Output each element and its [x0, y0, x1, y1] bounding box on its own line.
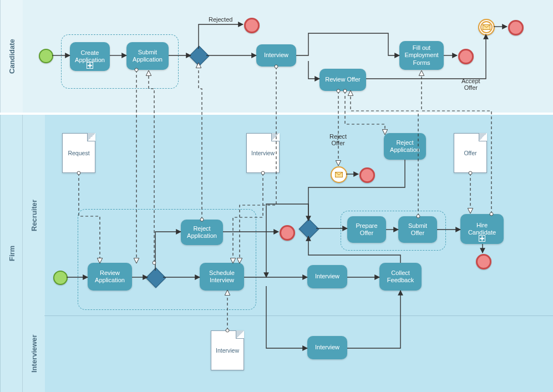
label-accept-offer: AcceptOffer	[461, 78, 480, 91]
task-create-application: CreateApplication	[70, 42, 110, 71]
task-label: RejectApplication	[187, 225, 217, 240]
task-collect-feedback: CollectFeedback	[379, 263, 422, 291]
task-interview-recruiter: Interview	[307, 265, 347, 288]
task-label: RejectApplication	[390, 139, 420, 154]
label-reject-offer: RejectOffer	[329, 133, 347, 146]
doc-label: Offer	[464, 150, 476, 156]
task-interview-candidate: Interview	[256, 44, 296, 67]
task-label: ScheduleInterview	[209, 269, 235, 284]
task-label: CollectFeedback	[387, 269, 414, 284]
task-reject-application-1: RejectApplication	[181, 220, 223, 245]
task-schedule-interview: ScheduleInterview	[200, 263, 244, 291]
task-label: ReviewApplication	[95, 269, 125, 284]
intermediate-message-accept	[478, 19, 495, 35]
task-interview-interviewer: Interview	[307, 336, 347, 359]
data-object-interview-2: Interview	[211, 330, 244, 370]
end-event-reject-1	[280, 225, 295, 241]
end-event-hire	[476, 254, 491, 269]
doc-label: Interview	[216, 347, 239, 354]
task-label: SubmitApplication	[133, 49, 163, 63]
end-event-forms	[458, 49, 474, 64]
task-review-offer: Review Offer	[319, 69, 366, 91]
label-rejected: Rejected	[209, 16, 232, 23]
task-review-application: ReviewApplication	[88, 263, 132, 291]
task-label: HireCandidate	[468, 222, 496, 236]
message-icon	[483, 24, 490, 30]
end-event-candidate-final	[508, 20, 524, 35]
task-prepare-offer: PrepareOffer	[347, 216, 386, 243]
task-label: Interview	[315, 344, 339, 351]
start-event-candidate	[39, 49, 53, 63]
task-hire-candidate: HireCandidate	[460, 214, 504, 244]
lane-label-interviewer: Interviewer	[22, 315, 45, 392]
task-submit-offer: SubmitOffer	[398, 216, 437, 243]
task-label: Interview	[264, 52, 288, 59]
doc-label: Request	[68, 150, 89, 156]
task-label: PrepareOffer	[356, 222, 377, 237]
data-object-request: Request	[62, 133, 95, 173]
subprocess-marker-icon	[479, 235, 485, 242]
intermediate-message-reject-offer	[331, 166, 347, 183]
lane-label-firm: Firm	[0, 115, 23, 392]
lane-label-candidate: Candidate	[0, 0, 23, 113]
task-label: Fill outEmploymentForms	[404, 44, 438, 67]
task-reject-application-2: RejectApplication	[384, 133, 426, 160]
subprocess-review	[78, 209, 256, 310]
task-label: Review Offer	[325, 76, 360, 83]
message-icon	[335, 172, 343, 177]
end-event-reject-offer	[359, 167, 375, 183]
doc-label: Interview	[251, 150, 275, 156]
task-label: SubmitOffer	[408, 222, 427, 237]
start-event-recruiter	[53, 271, 68, 285]
end-event-rejected	[244, 18, 260, 33]
task-submit-application: SubmitApplication	[126, 42, 169, 70]
task-fill-forms: Fill outEmploymentForms	[399, 41, 444, 70]
data-object-interview-1: Interview	[246, 133, 280, 173]
task-label: Interview	[315, 273, 339, 280]
subprocess-marker-icon	[87, 62, 93, 69]
data-object-offer: Offer	[454, 133, 487, 173]
lane-label-recruiter: Recruiter	[22, 115, 45, 315]
